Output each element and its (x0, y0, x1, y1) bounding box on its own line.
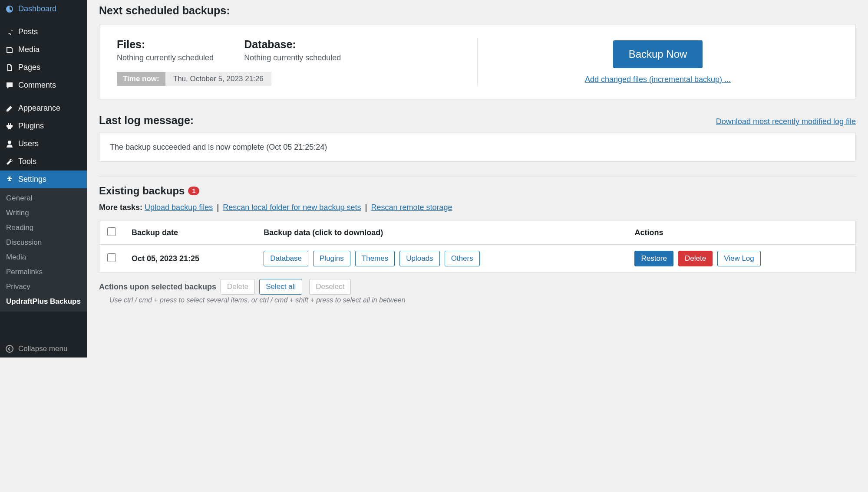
backups-table: Backup date Backup data (click to downlo… (99, 221, 856, 273)
download-database-button[interactable]: Database (264, 251, 308, 266)
sidebar-item-label: Pages (18, 63, 40, 72)
files-value: Nothing currently scheduled (117, 53, 214, 62)
collapse-icon (5, 344, 14, 353)
select-all-checkbox[interactable] (107, 227, 116, 236)
sidebar-item-label: Plugins (18, 121, 44, 131)
sidebar-item-label: Tools (18, 157, 36, 166)
submenu-media[interactable]: Media (0, 250, 87, 265)
rescan-remote-link[interactable]: Rescan remote storage (371, 203, 452, 212)
time-now-value: Thu, October 5, 2023 21:26 (165, 72, 271, 86)
sidebar-item-label: Appearance (18, 104, 60, 113)
column-backup-data: Backup data (click to download) (256, 221, 627, 245)
actions-cell: Restore Delete View Log (627, 245, 855, 273)
schedule-right: Backup Now Add changed files (incrementa… (478, 38, 838, 86)
main-content: Next scheduled backups: Files: Nothing c… (87, 0, 868, 358)
download-others-button[interactable]: Others (445, 251, 480, 266)
selected-actions-label: Actions upon selected backups (99, 282, 216, 292)
settings-icon (5, 175, 14, 184)
sidebar-item-plugins[interactable]: Plugins (0, 117, 87, 135)
submenu-general[interactable]: General (0, 191, 87, 206)
more-tasks-label: More tasks: (99, 203, 142, 212)
users-icon (5, 140, 14, 148)
submenu-writing[interactable]: Writing (0, 206, 87, 220)
rescan-local-link[interactable]: Rescan local folder for new backup sets (223, 203, 361, 212)
sidebar-item-label: Settings (18, 175, 46, 184)
database-value: Nothing currently scheduled (244, 53, 341, 62)
collapse-menu[interactable]: Collapse menu (0, 340, 87, 358)
backup-date-cell: Oct 05, 2023 21:25 (124, 245, 256, 273)
media-icon (5, 46, 14, 54)
submenu-updraftplus[interactable]: UpdraftPlus Backups (0, 294, 87, 309)
backup-now-button[interactable]: Backup Now (613, 40, 703, 68)
divider (99, 177, 856, 177)
sidebar-item-label: Dashboard (18, 4, 56, 13)
svg-point-0 (6, 345, 13, 352)
sidebar-item-pages[interactable]: Pages (0, 59, 87, 76)
restore-button[interactable]: Restore (634, 251, 673, 266)
sidebar-item-posts[interactable]: Posts (0, 23, 87, 41)
log-message: The backup succeeded and is now complete… (99, 133, 856, 162)
dashboard-icon (5, 5, 14, 13)
existing-backups-label: Existing backups (99, 185, 185, 197)
sidebar-item-users[interactable]: Users (0, 135, 87, 153)
download-themes-button[interactable]: Themes (355, 251, 395, 266)
database-label: Database: (244, 38, 341, 51)
sidebar-item-label: Media (18, 45, 40, 54)
submenu-permalinks[interactable]: Permalinks (0, 265, 87, 279)
delete-button[interactable]: Delete (678, 251, 713, 266)
schedule-card: Files: Nothing currently scheduled Datab… (99, 25, 856, 99)
sidebar-item-label: Users (18, 139, 39, 148)
backup-count-badge: 1 (188, 187, 199, 195)
upload-backup-link[interactable]: Upload backup files (145, 203, 213, 212)
sidebar-item-settings[interactable]: Settings (0, 171, 87, 188)
comments-icon (5, 81, 14, 90)
select-all-header (99, 221, 124, 245)
bulk-delete-button[interactable]: Delete (221, 279, 255, 295)
backup-data-cell: Database Plugins Themes Uploads Others (256, 245, 627, 273)
time-now: Time now: Thu, October 5, 2023 21:26 (117, 72, 271, 86)
column-actions: Actions (627, 221, 855, 245)
appearance-icon (5, 104, 14, 113)
row-checkbox[interactable] (107, 253, 116, 262)
submenu-privacy[interactable]: Privacy (0, 279, 87, 294)
incremental-backup-link[interactable]: Add changed files (incremental backup) .… (585, 75, 731, 84)
collapse-label: Collapse menu (18, 344, 67, 353)
sidebar-item-label: Comments (18, 81, 56, 90)
selected-actions-row: Actions upon selected backups Delete Sel… (99, 279, 856, 295)
select-all-button[interactable]: Select all (259, 279, 302, 295)
admin-sidebar: Dashboard Posts Media Pages Comments App… (0, 0, 87, 358)
sidebar-item-media[interactable]: Media (0, 41, 87, 59)
more-tasks: More tasks: Upload backup files | Rescan… (99, 203, 856, 212)
submenu-discussion[interactable]: Discussion (0, 235, 87, 250)
files-schedule: Files: Nothing currently scheduled (117, 38, 214, 62)
download-plugins-button[interactable]: Plugins (313, 251, 350, 266)
time-now-label: Time now: (117, 72, 165, 86)
pages-icon (5, 63, 14, 72)
next-scheduled-heading: Next scheduled backups: (99, 4, 856, 17)
download-uploads-button[interactable]: Uploads (399, 251, 439, 266)
sidebar-item-comments[interactable]: Comments (0, 76, 87, 94)
download-log-link[interactable]: Download most recently modified log file (716, 117, 856, 126)
submenu-reading[interactable]: Reading (0, 220, 87, 235)
view-log-button[interactable]: View Log (717, 251, 761, 266)
last-log-heading: Last log message: (99, 114, 194, 127)
sidebar-item-label: Posts (18, 27, 38, 36)
sidebar-item-appearance[interactable]: Appearance (0, 99, 87, 117)
sidebar-item-dashboard[interactable]: Dashboard (0, 0, 87, 18)
column-backup-date: Backup date (124, 221, 256, 245)
pushpin-icon (5, 28, 14, 36)
existing-backups-heading: Existing backups 1 (99, 185, 856, 197)
settings-submenu: General Writing Reading Discussion Media… (0, 188, 87, 312)
tools-icon (5, 157, 14, 166)
schedule-left: Files: Nothing currently scheduled Datab… (117, 38, 478, 86)
plugins-icon (5, 122, 14, 131)
sidebar-item-tools[interactable]: Tools (0, 153, 87, 171)
database-schedule: Database: Nothing currently scheduled (244, 38, 341, 62)
deselect-button[interactable]: Deselect (309, 279, 351, 295)
files-label: Files: (117, 38, 214, 51)
selection-hint: Use ctrl / cmd + press to select several… (109, 296, 856, 304)
table-row: Oct 05, 2023 21:25 Database Plugins Them… (99, 245, 856, 273)
